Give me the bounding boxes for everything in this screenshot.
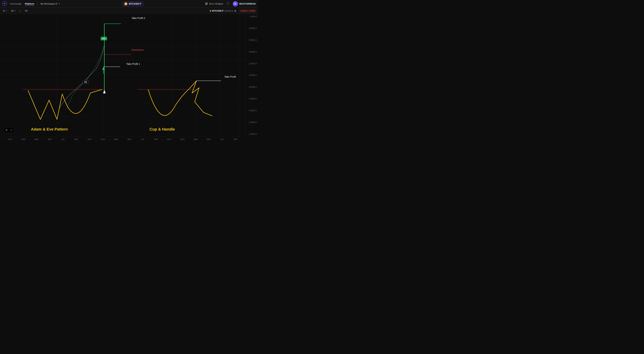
chart-toolbar: D ▼ 69 ▼ 𝑓 VS BTC/USD.P BINANCE -1182.9 … — [0, 8, 258, 14]
time-may: MAY — [43, 138, 57, 140]
nav-right: More Widgets ? M MUSTERMAN — [205, 1, 256, 7]
interval-arrow: ▼ — [14, 10, 16, 12]
indicator-label: 𝑓 — [20, 10, 20, 12]
time-may3: MAY — [202, 138, 216, 140]
timeframe-label: D — [3, 10, 5, 12]
time-axis: NOV 2022 MAR MAY JUL SEP NOV 2023 MAR MA… — [0, 137, 246, 142]
price-200000: 200000.0 — [247, 27, 257, 29]
price-130000: 130000.0 — [247, 109, 257, 112]
price-140000: 140000.0 — [247, 98, 257, 100]
interval-label: 69 — [11, 10, 14, 12]
price-180000: 180000.0 — [247, 51, 257, 53]
ticker-dot — [210, 10, 211, 12]
username-label: MUSTERMAN — [240, 3, 256, 5]
nav-separator: | — [37, 2, 38, 6]
workspace-label: My Workspace 6 — [40, 3, 58, 5]
top-navigation: Community Platform | My Workspace 6 ▼ ₿ … — [0, 0, 258, 8]
ticker-pill[interactable]: ₿ BTC/USD P — [122, 1, 144, 7]
more-widgets-button[interactable]: More Widgets — [205, 3, 223, 5]
nav-platform[interactable]: Platform — [25, 2, 34, 6]
chart-area[interactable]: Take Profit 2 H2 Resistance Take Profit … — [0, 14, 258, 142]
user-avatar[interactable]: M MUSTERMAN — [233, 1, 256, 7]
chart-svg — [0, 14, 246, 136]
price-change: -1182.9 · 1.83% — [239, 9, 256, 13]
price-160000: 160000.0 — [247, 74, 257, 76]
workspace-chevron: ▼ — [58, 3, 60, 5]
drawing-tools: ⊞ ✏ — [4, 127, 14, 133]
time-jul2: JUL — [136, 138, 149, 140]
btc-icon: ₿ — [124, 2, 128, 6]
widgets-icon — [205, 3, 208, 5]
help-button[interactable]: ? — [226, 2, 230, 6]
time-mar: MAR — [30, 138, 43, 140]
ticker-symbol: BTC/USD.P — [212, 10, 224, 12]
nav-links: Community Platform — [10, 2, 34, 6]
price-170000: 170000.0 — [247, 63, 257, 65]
svg-rect-5 — [206, 4, 208, 5]
time-2024: 2024 — [176, 138, 189, 140]
time-may2: MAY — [123, 138, 136, 140]
price-190000: 190000.0 — [247, 39, 257, 41]
more-widgets-label: More Widgets — [209, 3, 223, 5]
price-110000: 110000.0 — [247, 133, 257, 135]
indicator-button[interactable]: 𝑓 — [18, 9, 22, 13]
time-2022: 2022 — [17, 138, 30, 140]
price-120000: 120000.0 — [247, 121, 257, 123]
interval-selector[interactable]: 69 ▼ — [10, 9, 17, 13]
time-2023: 2023 — [96, 138, 110, 140]
time-sep3: SEP — [229, 138, 242, 140]
time-sep: SEP — [70, 138, 83, 140]
avatar-image: M — [233, 1, 238, 7]
live-indicator — [234, 10, 236, 12]
time-mar3: MAR — [189, 138, 202, 140]
svg-point-1 — [4, 3, 5, 4]
logo[interactable] — [2, 1, 7, 7]
compare-label: VS — [25, 10, 28, 12]
ticker-badge[interactable]: BTC/USD.P BINANCE — [208, 9, 238, 13]
time-nov: NOV — [4, 138, 17, 140]
svg-rect-4 — [205, 4, 206, 5]
time-mar2: MAR — [110, 138, 123, 140]
workspace-selector[interactable]: My Workspace 6 ▼ — [40, 3, 60, 5]
time-nov2: NOV — [83, 138, 96, 140]
svg-rect-2 — [205, 3, 206, 4]
grid-tool-button[interactable]: ⊞ — [4, 128, 8, 132]
exchange-label: BINANCE — [224, 10, 233, 12]
time-nov3: NOV — [162, 138, 176, 140]
time-jul: JUL — [56, 138, 70, 140]
svg-rect-3 — [206, 3, 208, 4]
price-axis: 21000.0 200000.0 190000.0 180000.0 17000… — [246, 14, 258, 137]
time-jul3: JUL — [216, 138, 229, 140]
compare-button[interactable]: VS — [23, 9, 29, 13]
svg-marker-7 — [103, 90, 106, 94]
timeframe-selector[interactable]: D ▼ — [2, 9, 8, 13]
nav-community[interactable]: Community — [10, 2, 22, 6]
price-150000: 150000.0 — [247, 86, 257, 88]
nav-ticker-text: BTC/USD P — [129, 3, 141, 5]
time-sep2: SEP — [149, 138, 163, 140]
nav-center: ₿ BTC/USD P — [63, 1, 202, 7]
pencil-tool-button[interactable]: ✏ — [9, 128, 14, 132]
timeframe-arrow: ▼ — [6, 10, 7, 12]
price-21000: 21000.0 — [247, 16, 257, 18]
